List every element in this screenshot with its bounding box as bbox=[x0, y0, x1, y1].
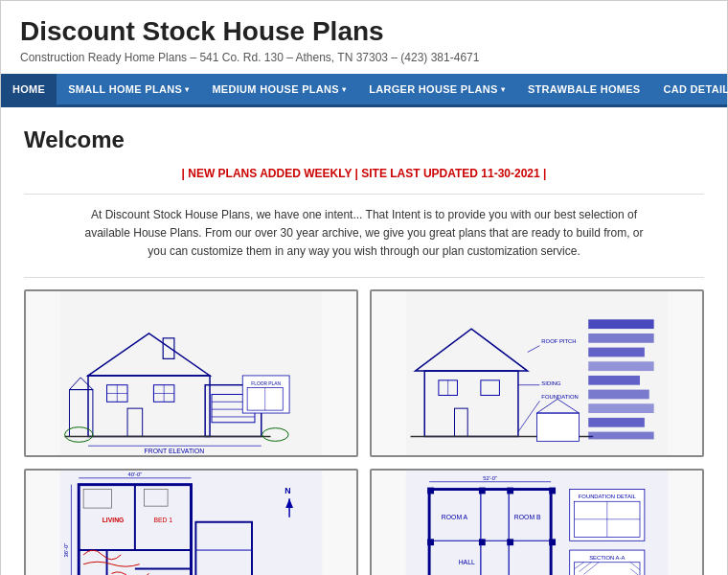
dropdown-arrow-icon: ▾ bbox=[185, 85, 189, 94]
svg-text:52'-0": 52'-0" bbox=[483, 474, 497, 480]
svg-rect-84 bbox=[479, 487, 486, 494]
svg-text:ROOM B: ROOM B bbox=[514, 513, 541, 519]
svg-text:FOUNDATION DETAIL: FOUNDATION DETAIL bbox=[579, 494, 637, 499]
plan-card-3[interactable]: LIVING BED 1 BATH BED 2 GARAGE 40'-0" 36… bbox=[24, 469, 358, 575]
nav-item-medium-house-plans[interactable]: MEDIUM HOUSE PLANS ▾ bbox=[200, 74, 357, 104]
divider-2 bbox=[24, 277, 704, 278]
svg-rect-88 bbox=[479, 539, 486, 545]
svg-rect-85 bbox=[507, 487, 513, 494]
nav-item-larger-house-plans[interactable]: LARGER HOUSE PLANS ▾ bbox=[357, 74, 516, 104]
nav-item-cad-details[interactable]: CAD DETAILS bbox=[651, 74, 728, 104]
svg-text:36'-0": 36'-0" bbox=[63, 542, 69, 557]
nav-item-home[interactable]: HOME bbox=[1, 74, 57, 104]
svg-rect-91 bbox=[549, 539, 556, 545]
nav-item-strawbale-homes[interactable]: STRAWBALE HOMES bbox=[516, 74, 652, 104]
plan-card-4[interactable]: ROOM A ROOM B HALL ROOM C ROOM D 52'-0" … bbox=[370, 469, 704, 575]
site-title: Discount Stock House Plans bbox=[20, 16, 708, 47]
svg-text:FLOOR PLAN: FLOOR PLAN bbox=[251, 380, 281, 385]
svg-rect-41 bbox=[588, 319, 653, 329]
svg-text:FOUNDATION: FOUNDATION bbox=[541, 394, 578, 400]
main-content: Welcome | NEW PLANS ADDED WEEKLY | SITE … bbox=[1, 107, 727, 575]
svg-rect-48 bbox=[588, 417, 645, 426]
notice-bar: | NEW PLANS ADDED WEEKLY | SITE LAST UPD… bbox=[24, 167, 704, 180]
svg-text:40'-0": 40'-0" bbox=[127, 471, 142, 476]
dropdown-arrow-icon: ▾ bbox=[501, 85, 505, 94]
svg-text:N: N bbox=[284, 486, 290, 495]
plan-image-grid: FRONT ELEVATION FLOOR PLAN bbox=[24, 289, 704, 575]
svg-rect-50 bbox=[537, 413, 580, 441]
svg-text:BED 1: BED 1 bbox=[153, 516, 172, 522]
svg-text:SECTION A-A: SECTION A-A bbox=[589, 554, 625, 560]
svg-rect-47 bbox=[588, 403, 653, 413]
dropdown-arrow-icon: ▾ bbox=[342, 85, 346, 94]
svg-rect-0 bbox=[60, 291, 323, 455]
svg-text:FRONT ELEVATION: FRONT ELEVATION bbox=[145, 448, 205, 454]
site-tagline: Construction Ready Home Plans – 541 Co. … bbox=[20, 51, 708, 64]
svg-rect-49 bbox=[588, 431, 653, 439]
svg-rect-80 bbox=[427, 487, 434, 494]
divider-1 bbox=[24, 194, 704, 195]
svg-rect-90 bbox=[427, 539, 434, 545]
svg-text:ROOF PITCH: ROOF PITCH bbox=[541, 337, 576, 343]
svg-text:LIVING: LIVING bbox=[102, 516, 125, 522]
intro-text: At Discount Stock House Plans, we have o… bbox=[77, 206, 651, 262]
svg-rect-45 bbox=[588, 376, 640, 385]
main-nav: HOMESMALL HOME PLANS ▾MEDIUM HOUSE PLANS… bbox=[1, 74, 727, 107]
svg-rect-81 bbox=[549, 487, 556, 494]
plan-card-2[interactable]: ROOF PITCH SIDING FOUNDATION bbox=[370, 289, 704, 457]
svg-rect-89 bbox=[507, 539, 513, 545]
svg-rect-43 bbox=[588, 347, 645, 356]
svg-rect-44 bbox=[588, 361, 653, 371]
svg-text:SIDING: SIDING bbox=[541, 380, 561, 385]
page-title: Welcome bbox=[24, 126, 704, 153]
svg-text:HALL: HALL bbox=[459, 558, 475, 564]
nav-item-small-home-plans[interactable]: SMALL HOME PLANS ▾ bbox=[57, 74, 200, 104]
plan-card-1[interactable]: FRONT ELEVATION FLOOR PLAN bbox=[24, 289, 358, 457]
svg-rect-42 bbox=[588, 334, 653, 343]
svg-text:ROOM A: ROOM A bbox=[442, 513, 468, 519]
svg-rect-46 bbox=[588, 389, 649, 399]
site-header: Discount Stock House Plans Construction … bbox=[1, 1, 727, 74]
